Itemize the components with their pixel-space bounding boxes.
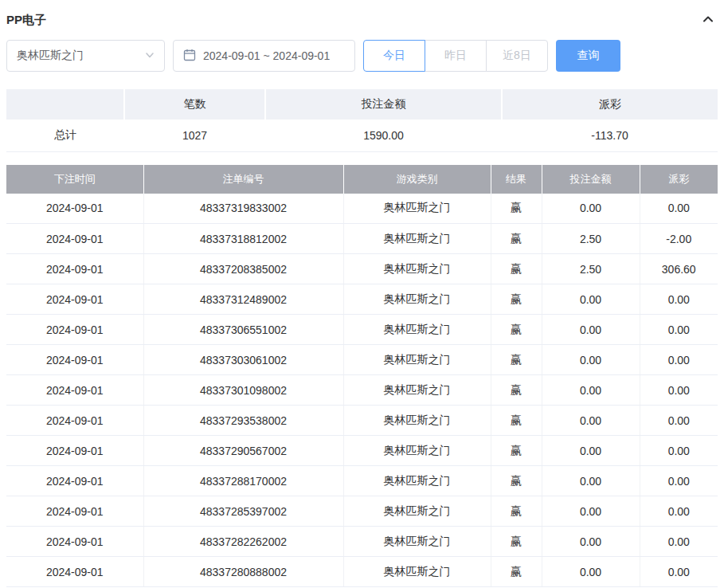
table-cell: 0.00 [542,194,640,224]
table-cell: 赢 [491,345,542,375]
table-cell: 赢 [491,557,542,587]
table-cell: 0.00 [640,194,718,224]
table-cell: 奥林匹斯之门 [343,254,491,284]
table-row: 2024-09-0148337290567002奥林匹斯之门赢0.000.00 [6,436,718,466]
table-cell: 0.00 [640,284,718,315]
date-range-picker[interactable]: 2024-09-01 ~ 2024-09-01 [173,40,355,72]
table-cell: 0.00 [542,527,640,557]
quick-date-button-group: 今日 昨日 近8日 [363,40,548,72]
bet-records-table: 下注时间 注单编号 游戏类别 结果 投注金额 派彩 2024-09-014833… [6,165,718,588]
table-cell: 0.00 [542,436,640,466]
table-cell: 2024-09-01 [6,406,143,436]
col-bet-time: 下注时间 [6,165,143,194]
table-cell: 赢 [491,527,542,557]
table-cell: 0.00 [640,315,718,345]
table-cell: 2024-09-01 [6,375,143,406]
query-button[interactable]: 查询 [556,40,620,72]
summary-col-count: 笔数 [124,89,265,120]
table-row: 2024-09-0148337301098002奥林匹斯之门赢0.000.00 [6,375,718,406]
last-8-days-button[interactable]: 近8日 [486,40,548,72]
col-game-category: 游戏类别 [343,165,491,194]
collapse-panel-button[interactable] [699,10,718,29]
table-cell: 48337319833002 [143,194,343,224]
table-row: 2024-09-0148337306551002奥林匹斯之门赢0.000.00 [6,315,718,345]
calendar-icon [183,49,196,64]
table-cell: 奥林匹斯之门 [343,557,491,587]
bet-table-body: 2024-09-0148337319833002奥林匹斯之门赢0.000.002… [6,194,718,587]
table-cell: 0.00 [640,345,718,375]
table-cell: 赢 [491,406,542,436]
table-cell: 0.00 [542,284,640,315]
table-cell: 0.00 [640,557,718,587]
summary-total-payout: -113.70 [502,120,718,151]
table-cell: 0.00 [640,375,718,406]
table-cell: 2024-09-01 [6,315,143,345]
table-row: 2024-09-0148337282262002奥林匹斯之门赢0.000.00 [6,527,718,557]
table-cell: 48337301098002 [143,375,343,406]
table-cell: 2024-09-01 [6,345,143,375]
table-cell: 48337208385002 [143,254,343,284]
summary-total-label: 总计 [6,120,124,151]
table-cell: 2024-09-01 [6,557,143,587]
table-row: 2024-09-0148337208385002奥林匹斯之门赢2.50306.6… [6,254,718,284]
filters-bar: 奥林匹斯之门 2024-09-01 ~ 2024-09-01 今日 昨日 近8日… [6,40,718,72]
table-cell: 奥林匹斯之门 [343,194,491,224]
table-cell: 0.00 [542,375,640,406]
table-cell: 0.00 [542,496,640,527]
table-cell: 2.50 [542,224,640,254]
table-cell: 48337312489002 [143,284,343,315]
table-cell: 48337288170002 [143,466,343,496]
col-bet-id: 注单编号 [143,165,343,194]
table-cell: 赢 [491,496,542,527]
table-row: 2024-09-0148337288170002奥林匹斯之门赢0.000.00 [6,466,718,496]
summary-header-row: 笔数 投注金额 派彩 [6,89,718,120]
table-cell: 奥林匹斯之门 [343,375,491,406]
panel-header: PP电子 [6,8,718,32]
pp-panel: PP电子 奥林匹斯之门 2024-09-01 ~ 2024- [0,0,724,587]
table-cell: 奥林匹斯之门 [343,527,491,557]
table-row: 2024-09-0148337318812002奥林匹斯之门赢2.50-2.00 [6,224,718,254]
bet-table-header-row: 下注时间 注单编号 游戏类别 结果 投注金额 派彩 [6,165,718,194]
table-cell: 2024-09-01 [6,224,143,254]
game-select-value: 奥林匹斯之门 [17,49,84,63]
table-cell: 48337318812002 [143,224,343,254]
table-cell: -2.00 [640,224,718,254]
table-cell: 0.00 [640,527,718,557]
table-cell: 2024-09-01 [6,254,143,284]
table-row: 2024-09-0148337285397002奥林匹斯之门赢0.000.00 [6,496,718,527]
table-row: 2024-09-0148337280888002奥林匹斯之门赢0.000.00 [6,557,718,587]
table-cell: 奥林匹斯之门 [343,466,491,496]
today-button[interactable]: 今日 [363,40,425,72]
summary-table: 笔数 投注金额 派彩 总计 1027 1590.00 -113.70 [6,89,718,152]
table-cell: 48337285397002 [143,496,343,527]
table-cell: 0.00 [640,406,718,436]
table-cell: 2024-09-01 [6,284,143,315]
table-cell: 306.60 [640,254,718,284]
table-row: 2024-09-0148337303061002奥林匹斯之门赢0.000.00 [6,345,718,375]
summary-col-empty [6,89,124,120]
table-cell: 2024-09-01 [6,527,143,557]
table-cell: 赢 [491,436,542,466]
table-cell: 48337290567002 [143,436,343,466]
table-cell: 赢 [491,375,542,406]
table-cell: 0.00 [542,345,640,375]
table-cell: 赢 [491,315,542,345]
game-select[interactable]: 奥林匹斯之门 [6,40,165,72]
page-title: PP电子 [6,13,46,28]
yesterday-button[interactable]: 昨日 [425,40,487,72]
table-cell: 2024-09-01 [6,436,143,466]
table-cell: 0.00 [542,466,640,496]
table-row: 2024-09-0148337293538002奥林匹斯之门赢0.000.00 [6,406,718,436]
table-cell: 赢 [491,224,542,254]
table-cell: 赢 [491,466,542,496]
table-cell: 2024-09-01 [6,466,143,496]
col-payout: 派彩 [640,165,718,194]
table-cell: 0.00 [640,496,718,527]
table-cell: 奥林匹斯之门 [343,345,491,375]
table-cell: 48337293538002 [143,406,343,436]
summary-total-bet-amount: 1590.00 [265,120,502,151]
table-cell: 0.00 [542,557,640,587]
table-row: 2024-09-0148337312489002奥林匹斯之门赢0.000.00 [6,284,718,315]
table-cell: 2024-09-01 [6,496,143,527]
table-cell: 赢 [491,284,542,315]
